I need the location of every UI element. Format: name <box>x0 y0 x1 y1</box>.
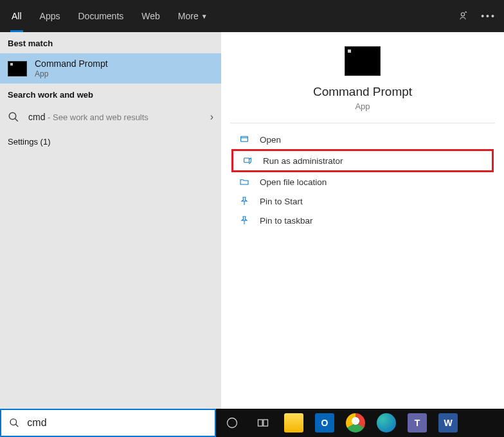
action-label: Pin to taskbar <box>260 216 313 226</box>
search-icon <box>9 417 19 429</box>
action-open-file-location[interactable]: Open file location <box>230 172 495 192</box>
suggestion-query: cmd <box>28 112 45 122</box>
search-box[interactable] <box>0 409 216 437</box>
preview-subtitle: App <box>355 102 370 111</box>
best-match-header: Best match <box>0 32 221 53</box>
result-title: Command Prompt <box>35 58 108 69</box>
chrome-icon[interactable] <box>346 413 365 433</box>
bottom-bar: O T W <box>0 409 504 437</box>
open-icon <box>239 134 255 145</box>
folder-icon <box>239 177 255 187</box>
results-panel: Best match Command Prompt App Search wor… <box>0 32 221 409</box>
command-prompt-large-icon <box>345 46 381 76</box>
svg-point-0 <box>461 13 464 16</box>
file-explorer-icon[interactable] <box>284 413 303 433</box>
suggestion-rest: - See work and web results <box>45 112 148 122</box>
chevron-down-icon: ▼ <box>201 13 208 20</box>
edge-icon[interactable] <box>377 413 396 433</box>
svg-point-7 <box>10 419 17 425</box>
action-pin-to-taskbar[interactable]: Pin to taskbar <box>230 211 495 230</box>
svg-point-9 <box>228 418 237 428</box>
action-label: Open file location <box>260 177 327 187</box>
svg-line-8 <box>15 424 18 427</box>
app-initial: O <box>321 418 328 428</box>
search-input[interactable] <box>27 417 207 429</box>
tab-all[interactable]: All <box>3 0 31 32</box>
action-pin-to-start[interactable]: Pin to Start <box>230 192 495 211</box>
action-label: Open <box>260 135 281 145</box>
action-run-as-administrator[interactable]: Run as administrator <box>231 149 494 172</box>
tab-label: More <box>178 11 199 21</box>
preview-panel: Command Prompt App Open Run as administr… <box>221 32 504 409</box>
app-initial: T <box>415 418 420 428</box>
teams-icon[interactable]: T <box>408 413 427 433</box>
result-command-prompt[interactable]: Command Prompt App <box>0 53 221 84</box>
feedback-icon[interactable] <box>450 0 476 32</box>
search-web-header: Search work and web <box>0 84 221 105</box>
filter-tabs: All Apps Documents Web More▼ ••• <box>0 0 504 32</box>
tab-label: Documents <box>78 11 123 21</box>
app-initial: W <box>444 418 452 428</box>
chevron-right-icon: › <box>210 111 213 123</box>
web-search-suggestion[interactable]: cmd - See work and web results › <box>0 105 221 129</box>
svg-rect-4 <box>244 158 249 163</box>
svg-rect-3 <box>241 136 248 141</box>
tab-label: Web <box>141 11 160 21</box>
command-prompt-icon <box>8 61 27 76</box>
word-icon[interactable]: W <box>438 413 458 433</box>
action-open[interactable]: Open <box>230 130 495 149</box>
tab-more[interactable]: More▼ <box>169 0 217 32</box>
svg-rect-11 <box>264 420 268 426</box>
tab-apps[interactable]: Apps <box>31 0 69 32</box>
search-icon <box>8 111 19 123</box>
svg-line-2 <box>15 118 18 121</box>
action-list: Open Run as administrator Open file loca… <box>230 123 495 236</box>
svg-point-1 <box>9 112 16 120</box>
pin-icon <box>239 196 255 206</box>
svg-rect-10 <box>258 420 263 426</box>
result-subtitle: App <box>35 69 108 78</box>
tab-web[interactable]: Web <box>132 0 169 32</box>
tab-label: Apps <box>40 11 60 21</box>
cortana-icon[interactable] <box>222 413 242 433</box>
settings-header[interactable]: Settings (1) <box>0 129 221 152</box>
pin-taskbar-icon <box>239 215 255 226</box>
task-view-icon[interactable] <box>253 413 273 433</box>
action-label: Pin to Start <box>260 197 303 206</box>
preview-title: Command Prompt <box>313 85 412 99</box>
outlook-icon[interactable]: O <box>315 413 334 433</box>
tab-label: All <box>12 11 22 21</box>
admin-shield-icon <box>242 156 258 166</box>
taskbar: O T W <box>216 409 504 437</box>
tab-documents[interactable]: Documents <box>69 0 132 32</box>
action-label: Run as administrator <box>263 156 343 166</box>
more-options-icon[interactable]: ••• <box>476 0 501 32</box>
